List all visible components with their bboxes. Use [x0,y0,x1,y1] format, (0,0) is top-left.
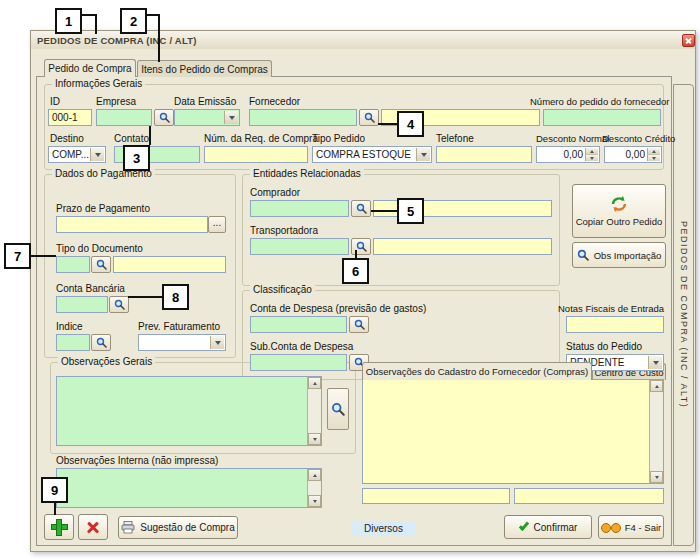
scrollbar[interactable] [307,469,321,507]
telefone-field[interactable] [436,146,532,163]
fornecedor-search-button[interactable] [359,109,379,126]
tab-pedido-de-compra[interactable]: Pedido de Compra [44,59,136,77]
empresa-label: Empresa [96,96,136,107]
obs-cadastro-fornecedor-textarea[interactable] [362,379,664,484]
conta-despesa-field[interactable] [250,316,347,333]
destino-label: Destino [50,133,84,144]
transportadora-nome-field[interactable] [373,238,552,255]
cancel-button[interactable] [78,514,108,540]
screen: PEDIDOS DE COMPRA (INC / ALT) Pedido de … [0,0,700,559]
id-field[interactable]: 000-1 [48,109,92,126]
conta-bancaria-field[interactable] [56,296,108,313]
chevron-down-icon[interactable] [416,148,430,161]
button-label: Obs Importação [594,250,662,261]
group-legend: Informações Gerais [52,78,145,89]
prev-faturamento-select[interactable] [138,334,226,351]
search-icon [159,112,170,123]
button-label: Sugestão de Compra [140,522,235,533]
chevron-down-icon[interactable] [648,356,662,369]
callout-8: 8 [162,284,189,310]
indice-label: Indice [56,321,83,332]
confirmar-button[interactable]: Confirmar [504,515,592,539]
tab-label: Pedido de Compra [48,63,131,74]
obs-importacao-button[interactable]: Obs Importação [572,242,666,268]
add-button[interactable] [44,514,74,540]
data-emissao-field[interactable] [174,109,240,126]
scroll-up-icon[interactable] [308,469,321,481]
tab-obs-cadastro-fornecedor[interactable]: Observações do Cadastro do Fornecedor (C… [362,362,592,380]
comprador-field[interactable] [250,200,349,217]
chevron-down-icon[interactable] [224,111,238,124]
notas-fiscais-field[interactable] [566,316,664,333]
prev-faturamento-label: Prev. Faturamento [138,321,220,332]
transportadora-search-button[interactable] [351,238,371,255]
prazo-pagamento-field[interactable] [56,216,208,233]
scroll-up-icon[interactable] [308,377,321,389]
sair-button[interactable]: F4 - Sair [598,515,664,539]
spinner-arrows[interactable] [647,148,660,161]
tipo-pedido-select[interactable]: COMPRA ESTOQUE [312,146,432,163]
desconto-normal-stepper[interactable]: 0,00 [536,146,600,163]
group-legend: Observações Gerais [58,356,155,367]
observacoes-gerais-search-button[interactable] [327,388,349,430]
diversos-label: Diversos [352,521,415,536]
search-icon [331,402,345,416]
tipo-documento-search-button[interactable] [91,256,111,273]
extra-field-right[interactable] [514,488,664,504]
observacoes-interna-textarea[interactable] [56,468,322,508]
num-req-field[interactable] [204,146,308,163]
tab-label: Observações do Cadastro do Fornecedor (C… [366,366,588,377]
desconto-credito-stepper[interactable]: 0,00 [604,146,662,163]
search-icon [364,112,375,123]
search-icon [356,203,367,214]
window-title: PEDIDOS DE COMPRA (INC / ALT) [37,35,197,46]
indice-search-button[interactable] [91,334,111,351]
indice-field[interactable] [56,334,90,351]
id-label: ID [50,96,60,107]
conta-bancaria-search-button[interactable] [109,296,129,313]
tipo-documento-desc-field[interactable] [113,256,226,273]
chevron-down-icon[interactable] [210,336,224,349]
spinner-arrows[interactable] [585,148,598,161]
printer-icon [121,521,135,534]
tipo-documento-field[interactable] [56,256,90,273]
tipo-pedido-label: Tipo Pedido [312,133,365,144]
desconto-credito-value: 0,00 [626,149,645,160]
side-tab-pedidos-de-compra[interactable]: PEDIDOS DE COMPRA (INC / ALT) [673,84,694,546]
notas-fiscais-label: Notas Fiscais de Entrada [558,303,664,314]
comprador-search-button[interactable] [351,200,371,217]
conta-bancaria-label: Conta Bancária [56,283,125,294]
fornecedor-field[interactable] [249,109,357,126]
prazo-ellipsis-button[interactable]: ... [208,216,226,233]
empresa-field[interactable] [96,109,152,126]
empresa-search-button[interactable] [154,109,174,126]
conta-despesa-label: Conta de Despesa (previsão de gastos) [250,303,426,314]
transportadora-field[interactable] [250,238,349,255]
recycle-icon [610,195,628,213]
num-req-label: Núm. da Req. de Compra [204,133,318,144]
observacoes-interna-label: Observações Interna (não impressa) [56,455,218,466]
sugestao-compra-button[interactable]: Sugestão de Compra [118,516,238,539]
tab-itens-do-pedido[interactable]: Itens do Pedido de Compras [137,60,272,77]
sub-conta-despesa-label: Sub.Conta de Despesa [250,341,353,352]
observacoes-gerais-textarea[interactable] [56,376,322,446]
scroll-up-icon[interactable] [650,380,663,392]
callout-9: 9 [41,477,68,503]
sub-conta-despesa-field[interactable] [250,354,347,371]
copiar-outro-pedido-button[interactable]: Copiar Outro Pedido [572,184,666,238]
scrollbar[interactable] [307,377,321,445]
prazo-pagamento-label: Prazo de Pagamento [56,203,150,214]
destino-select[interactable]: COMP... [48,146,106,163]
callout-1: 1 [55,8,82,34]
callout-5: 5 [397,198,424,224]
num-pedido-fornecedor-field[interactable] [543,109,661,126]
group-legend: Entidades Relacionadas [250,168,364,179]
close-icon[interactable] [682,34,695,47]
scroll-down-icon[interactable] [650,471,663,483]
scroll-down-icon[interactable] [308,433,321,445]
scrollbar[interactable] [649,380,663,483]
extra-field-left[interactable] [362,488,510,504]
scroll-down-icon[interactable] [308,495,321,507]
conta-despesa-search-button[interactable] [349,316,369,333]
chevron-down-icon[interactable] [90,148,104,161]
